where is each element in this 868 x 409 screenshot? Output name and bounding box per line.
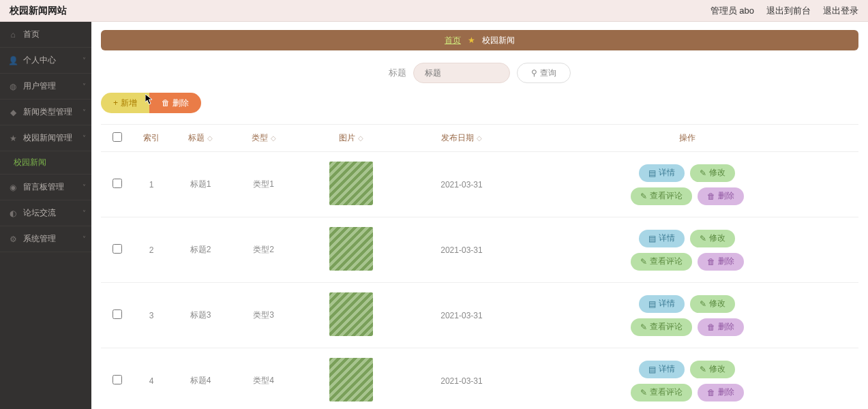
trash-icon: 🗑 <box>707 322 715 332</box>
doc-icon: ▤ <box>648 234 656 243</box>
detail-button[interactable]: ▤ 详情 <box>639 295 685 313</box>
cell-image <box>295 217 408 283</box>
cell-index: 4 <box>134 348 169 410</box>
edit-icon: ✎ <box>700 299 706 309</box>
sidebar-item-system[interactable]: ⚙ 系统管理 ˅ <box>0 226 91 252</box>
thumbnail-image[interactable] <box>329 162 373 205</box>
detail-button[interactable]: ▤ 详情 <box>639 230 685 247</box>
query-button[interactable]: ⚲ 查询 <box>517 63 571 83</box>
thumbnail-image[interactable] <box>329 358 373 402</box>
sidebar-item-campus-news[interactable]: ★ 校园新闻管理 ˅ <box>0 125 91 151</box>
trash-icon: 🗑 <box>707 388 715 397</box>
chevron-down-icon: ˅ <box>83 82 86 90</box>
cell-title: 标题3 <box>169 283 232 348</box>
sort-icon: ◇ <box>358 134 363 142</box>
sidebar-item-profile[interactable]: 👤 个人中心 ˅ <box>0 48 91 74</box>
breadcrumb-current: 校园新闻 <box>482 35 515 46</box>
header: 校园新闻网站 管理员 abo 退出到前台 退出登录 <box>0 0 868 22</box>
cell-ops: ▤ 详情 ✎ 修改 ✎ 查看评论 🗑 删除 <box>515 283 858 348</box>
row-checkbox[interactable] <box>113 309 122 319</box>
logout-link[interactable]: 退出登录 <box>823 5 858 17</box>
col-title[interactable]: 标题◇ <box>169 125 232 152</box>
edit-button[interactable]: ✎ 修改 <box>690 230 735 247</box>
sidebar-item-forum[interactable]: ◐ 论坛交流 ˅ <box>0 200 91 226</box>
sidebar-item-label: 论坛交流 <box>23 207 56 219</box>
sidebar-item-message-board[interactable]: ◉ 留言板管理 ˅ <box>0 175 91 200</box>
sidebar-item-label: 新闻类型管理 <box>23 106 72 118</box>
view-comments-button[interactable]: ✎ 查看评论 <box>631 253 692 271</box>
search-icon: ⚲ <box>531 68 537 78</box>
sidebar-item-label: 个人中心 <box>23 55 56 66</box>
view-comments-button[interactable]: ✎ 查看评论 <box>631 384 692 402</box>
detail-button[interactable]: ▤ 详情 <box>639 361 685 378</box>
edit-button[interactable]: ✎ 修改 <box>690 295 735 313</box>
add-button[interactable]: + 新增 <box>101 93 149 113</box>
header-right: 管理员 abo 退出到前台 退出登录 <box>710 5 858 17</box>
thumbnail-image[interactable] <box>329 227 373 271</box>
app-title: 校园新闻网站 <box>10 5 67 17</box>
plus-icon: + <box>113 98 118 108</box>
star-icon: ★ <box>8 134 18 143</box>
sidebar-item-label: 用户管理 <box>23 80 56 92</box>
cell-date: 2021-03-31 <box>407 283 515 348</box>
row-checkbox[interactable] <box>113 179 122 188</box>
row-checkbox[interactable] <box>113 244 122 254</box>
trash-icon: 🗑 <box>707 192 715 201</box>
sidebar-item-news-type[interactable]: ◆ 新闻类型管理 ˅ <box>0 100 91 125</box>
edit-icon: ✎ <box>700 365 706 374</box>
chevron-down-icon: ˅ <box>83 235 86 243</box>
doc-icon: ▤ <box>648 299 656 309</box>
row-delete-button[interactable]: 🗑 删除 <box>698 384 744 402</box>
cell-date: 2021-03-31 <box>407 152 515 217</box>
col-date[interactable]: 发布日期◇ <box>407 125 515 152</box>
select-all-checkbox[interactable] <box>113 132 122 142</box>
star-icon: ★ <box>468 35 475 45</box>
comment-icon: ✎ <box>640 192 647 201</box>
action-bar: + 新增 🗑 删除 <box>101 93 858 113</box>
title-input[interactable] <box>413 63 510 83</box>
cell-type: 类型1 <box>232 152 295 217</box>
row-checkbox[interactable] <box>113 375 122 384</box>
detail-button[interactable]: ▤ 详情 <box>639 164 685 182</box>
edit-icon: ✎ <box>700 168 706 178</box>
cell-index: 2 <box>134 217 169 283</box>
sidebar-item-home[interactable]: ⌂ 首页 <box>0 22 91 48</box>
news-table: 索引 标题◇ 类型◇ 图片◇ 发布日期◇ 操作 1 标题1 类型1 2021-0… <box>101 124 858 409</box>
view-comments-button[interactable]: ✎ 查看评论 <box>631 318 692 336</box>
table-row: 1 标题1 类型1 2021-03-31 ▤ 详情 ✎ 修改 ✎ 查看评论 🗑 … <box>101 152 858 217</box>
cell-title: 标题2 <box>169 217 232 283</box>
view-comments-button[interactable]: ✎ 查看评论 <box>631 187 692 205</box>
edit-button[interactable]: ✎ 修改 <box>690 164 735 182</box>
row-delete-button[interactable]: 🗑 删除 <box>698 253 744 271</box>
col-type[interactable]: 类型◇ <box>232 125 295 152</box>
col-image[interactable]: 图片◇ <box>295 125 408 152</box>
main-content: 首页 ★ 校园新闻 标题 ⚲ 查询 + 新增 🗑 删除 索引 标题◇ 类型◇ 图… <box>91 22 868 409</box>
breadcrumb-home[interactable]: 首页 <box>445 35 461 46</box>
message-icon: ◉ <box>8 183 18 192</box>
chevron-down-icon: ˅ <box>83 134 86 142</box>
thumbnail-image[interactable] <box>329 292 373 336</box>
col-index[interactable]: 索引 <box>134 125 169 152</box>
cell-type: 类型2 <box>232 217 295 283</box>
sidebar-item-users[interactable]: ◍ 用户管理 ˅ <box>0 74 91 100</box>
add-button-label: 新增 <box>121 97 137 109</box>
row-delete-button[interactable]: 🗑 删除 <box>698 187 744 205</box>
sort-icon: ◇ <box>271 134 276 142</box>
cell-image <box>295 348 408 410</box>
cell-date: 2021-03-31 <box>407 217 515 283</box>
sidebar: ⌂ 首页 👤 个人中心 ˅ ◍ 用户管理 ˅ ◆ 新闻类型管理 ˅ ★ 校园新闻… <box>0 22 91 409</box>
delete-button[interactable]: 🗑 删除 <box>149 93 201 113</box>
cell-ops: ▤ 详情 ✎ 修改 ✎ 查看评论 🗑 删除 <box>515 152 858 217</box>
exit-frontend-link[interactable]: 退出到前台 <box>766 5 811 17</box>
edit-button[interactable]: ✎ 修改 <box>690 361 735 378</box>
sort-icon: ◇ <box>207 134 213 142</box>
table-row: 3 标题3 类型3 2021-03-31 ▤ 详情 ✎ 修改 ✎ 查看评论 🗑 … <box>101 283 858 348</box>
cell-ops: ▤ 详情 ✎ 修改 ✎ 查看评论 🗑 删除 <box>515 217 858 283</box>
row-delete-button[interactable]: 🗑 删除 <box>698 318 744 336</box>
cell-date: 2021-03-31 <box>407 348 515 410</box>
sidebar-subitem-campus-news[interactable]: 校园新闻 <box>0 151 91 175</box>
admin-label[interactable]: 管理员 abo <box>710 5 754 17</box>
filter-label: 标题 <box>389 67 406 79</box>
comment-icon: ✎ <box>640 322 647 332</box>
trash-icon: 🗑 <box>162 98 170 108</box>
